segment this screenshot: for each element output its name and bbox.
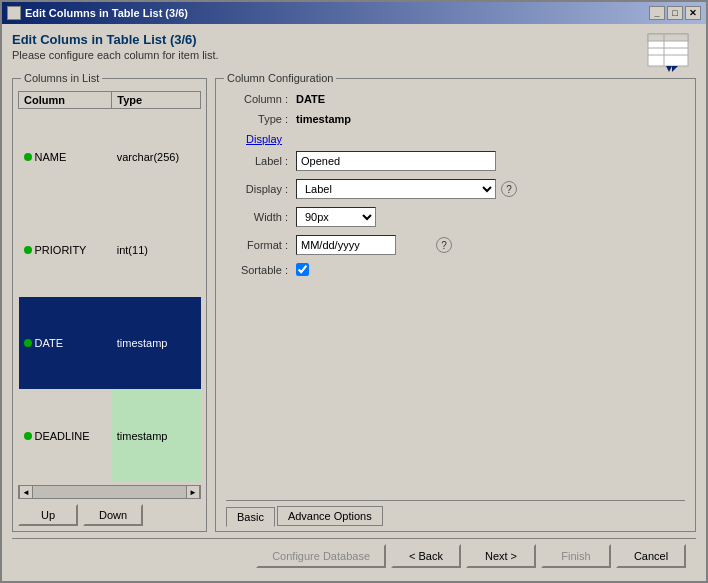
svg-marker-6 (672, 66, 678, 72)
format-input[interactable] (296, 235, 396, 255)
table-row[interactable]: DATEtimestamp (19, 297, 201, 390)
svg-rect-1 (648, 34, 688, 41)
tab-advance-options[interactable]: Advance Options (277, 506, 383, 526)
status-dot-icon (24, 153, 32, 161)
svg-marker-5 (666, 66, 672, 72)
status-dot-icon (24, 432, 32, 440)
table-row[interactable]: NAMEvarchar(256) (19, 109, 201, 205)
tab-basic[interactable]: Basic (226, 507, 275, 527)
page-title: Edit Colums in Table List (3/6) (12, 32, 219, 47)
right-panel-title: Column Configuration (224, 72, 336, 84)
format-help-icon[interactable]: ? (436, 237, 452, 253)
header-area: Edit Colums in Table List (3/6) Please c… (12, 32, 696, 72)
col-name: PRIORITY (19, 204, 112, 297)
table-row[interactable]: DEADLINEtimestamp (19, 389, 201, 482)
up-button[interactable]: Up (18, 504, 78, 526)
col-type: varchar(256) (112, 109, 201, 205)
cancel-button[interactable]: Cancel (616, 544, 686, 568)
title-bar: Edit Columns in Table List (3/6) _ □ ✕ (2, 2, 706, 24)
down-button[interactable]: Down (83, 504, 143, 526)
main-content: Columns in List Column Type NAMEvarchar(… (12, 78, 696, 532)
label-field-label: Label : (226, 155, 296, 167)
type-row: Type : timestamp (226, 113, 685, 125)
columns-table: Column Type NAMEvarchar(256)PRIORITYint(… (18, 91, 201, 482)
col-type: int(11) (112, 204, 201, 297)
left-panel: Columns in List Column Type NAMEvarchar(… (12, 78, 207, 532)
page-subtitle: Please configure each column for item li… (12, 49, 219, 61)
left-panel-title: Columns in List (21, 72, 102, 84)
column-value: DATE (296, 93, 325, 105)
title-bar-buttons: _ □ ✕ (649, 6, 701, 20)
scroll-right-button[interactable]: ► (186, 485, 200, 499)
display-select[interactable]: Label Icon Text Hidden (296, 179, 496, 199)
scroll-left-button[interactable]: ◄ (19, 485, 33, 499)
status-dot-icon (24, 339, 32, 347)
col-name: NAME (19, 109, 112, 205)
col-name: DATE (19, 297, 112, 390)
table-row[interactable]: PRIORITYint(11) (19, 204, 201, 297)
configure-database-button[interactable]: Configure Database (256, 544, 386, 568)
maximize-button[interactable]: □ (667, 6, 683, 20)
format-field-label: Format : (226, 239, 296, 251)
col-type: timestamp (112, 297, 201, 390)
label-input[interactable] (296, 151, 496, 171)
finish-button[interactable]: Finish (541, 544, 611, 568)
horizontal-scrollbar[interactable]: ◄ ► (18, 485, 201, 499)
sortable-field-label: Sortable : (226, 264, 296, 276)
type-label: Type : (226, 113, 296, 125)
right-panel: Column Configuration Column : DATE Type … (215, 78, 696, 532)
display-section-label: Display (246, 133, 685, 145)
back-button[interactable]: < Back (391, 544, 461, 568)
main-window: Edit Columns in Table List (3/6) _ □ ✕ E… (0, 0, 708, 583)
status-dot-icon (24, 246, 32, 254)
width-field-label: Width : (226, 211, 296, 223)
display-field-label: Display : (226, 183, 296, 195)
col-type: timestamp (112, 389, 201, 482)
next-button[interactable]: Next > (466, 544, 536, 568)
title-bar-label: Edit Columns in Table List (3/6) (25, 7, 188, 19)
left-buttons: Up Down (18, 504, 201, 526)
sortable-checkbox[interactable] (296, 263, 309, 276)
format-row: Format : ? (226, 235, 685, 255)
col-header-type: Type (112, 92, 201, 109)
close-button[interactable]: ✕ (685, 6, 701, 20)
col-header-column: Column (19, 92, 112, 109)
label-row: Label : (226, 151, 685, 171)
minimize-button[interactable]: _ (649, 6, 665, 20)
column-row: Column : DATE (226, 93, 685, 105)
title-bar-left: Edit Columns in Table List (3/6) (7, 6, 188, 20)
display-row: Display : Label Icon Text Hidden ? (226, 179, 685, 199)
window-body: Edit Colums in Table List (3/6) Please c… (2, 24, 706, 581)
width-select[interactable]: 50px 70px 90px 120px 150px 200px (296, 207, 376, 227)
col-name: DEADLINE (19, 389, 112, 482)
tabs-area: Basic Advance Options (226, 500, 685, 526)
type-value: timestamp (296, 113, 351, 125)
sortable-row: Sortable : (226, 263, 685, 276)
scroll-track (33, 486, 186, 498)
table-icon (644, 32, 692, 72)
column-label: Column : (226, 93, 296, 105)
display-help-icon[interactable]: ? (501, 181, 517, 197)
footer: Configure Database < Back Next > Finish … (12, 538, 696, 573)
width-row: Width : 50px 70px 90px 120px 150px 200px (226, 207, 685, 227)
header-text: Edit Colums in Table List (3/6) Please c… (12, 32, 219, 61)
window-icon (7, 6, 21, 20)
